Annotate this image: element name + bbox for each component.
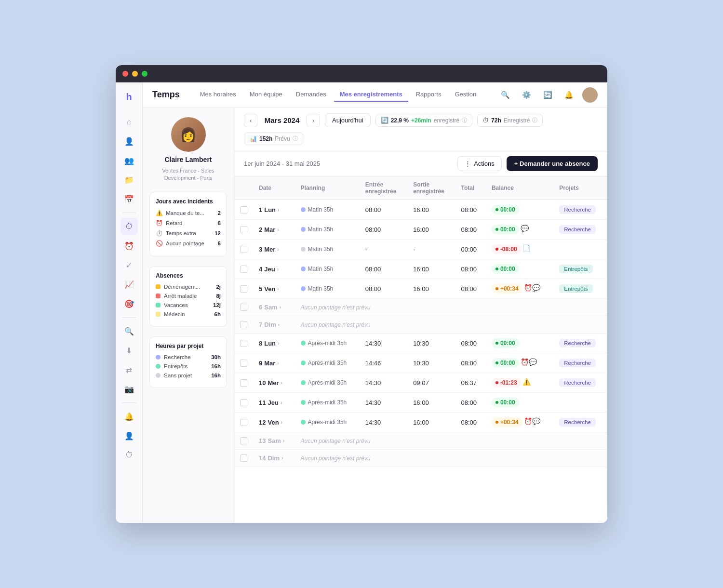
expand-icon[interactable]: › (281, 420, 282, 425)
expand-icon[interactable]: › (277, 286, 279, 292)
nav-clock-icon[interactable]: ⏱ (120, 218, 138, 235)
cell-date: 14 Dim › (253, 450, 295, 467)
row-checkbox[interactable] (240, 285, 247, 293)
info-icon-3[interactable]: ⓘ (293, 135, 298, 142)
expand-icon[interactable]: › (278, 341, 279, 346)
prev-month-button[interactable]: ‹ (244, 114, 257, 127)
settings-button[interactable]: ⚙️ (519, 87, 534, 103)
search-button[interactable]: 🔍 (497, 87, 513, 103)
titlebar (116, 65, 607, 82)
info-icon-2[interactable]: ⓘ (532, 117, 537, 124)
cell-entree: 08:00 (360, 200, 407, 220)
nav-search-icon[interactable]: 🔍 (120, 322, 138, 340)
planning-pill: Après-midi 35h (301, 419, 354, 426)
cell-balance: 00:00 (486, 200, 553, 220)
row-checkbox[interactable] (240, 419, 247, 426)
cell-sortie: 10:30 (407, 334, 455, 353)
cell-balance: +00:34 ⏰💬 (486, 413, 553, 432)
minimize-dot[interactable] (132, 71, 138, 77)
nav-demandes[interactable]: Demandes (290, 88, 332, 102)
nav-check-icon[interactable]: ✓ (120, 256, 138, 274)
next-month-button[interactable]: › (307, 114, 320, 127)
expand-icon[interactable]: › (278, 322, 280, 327)
chart-icon-stat: 📊 (249, 135, 257, 142)
cell-date: 1 Lun › (253, 200, 295, 220)
close-dot[interactable] (122, 71, 128, 77)
maximize-dot[interactable] (142, 71, 147, 77)
expand-icon[interactable]: › (281, 400, 282, 405)
row-checkbox[interactable] (240, 360, 247, 367)
expand-icon[interactable]: › (283, 438, 284, 443)
cell-projets: Recherche (553, 353, 607, 373)
row-checkbox[interactable] (240, 304, 247, 311)
expand-icon[interactable]: › (277, 361, 279, 366)
nav-user-icon[interactable]: 👤 (120, 427, 138, 444)
table-row: 8 Lun › Après-midi 35h 14:30 10:30 08:00… (234, 334, 607, 353)
row-checkbox[interactable] (240, 399, 247, 406)
expand-icon[interactable]: › (280, 305, 281, 310)
row-checkbox[interactable] (240, 226, 247, 233)
cell-total: 06:37 (455, 373, 486, 393)
nav-download-icon[interactable]: ⬇ (120, 342, 138, 359)
refresh-button[interactable]: 🔄 (540, 87, 555, 103)
incident-temps-extra: ⏱️ Temps extra 12 (156, 230, 221, 237)
projects-title: Heures par projet (156, 343, 221, 349)
expand-icon[interactable]: › (281, 380, 282, 386)
table-row: 2 Mar › Matin 35h 08:00 16:00 08:00 00:0… (234, 220, 607, 240)
nav-mes-enregistrements[interactable]: Mes enregistrements (334, 88, 408, 102)
table-row: 10 Mer › Après-midi 35h 14:30 09:07 06:3… (234, 373, 607, 393)
nav-camera-icon[interactable]: 📷 (120, 380, 138, 398)
incident-temps-extra-count: 12 (214, 230, 221, 236)
table-row: 12 Ven › Après-midi 35h 14:30 16:00 08:0… (234, 413, 607, 432)
expand-icon[interactable]: › (277, 247, 279, 252)
nav-home-icon[interactable]: ⌂ (120, 113, 138, 131)
nav-target-icon[interactable]: 🎯 (120, 295, 138, 312)
row-checkbox[interactable] (240, 206, 247, 214)
expand-icon[interactable]: › (281, 455, 283, 461)
nav-timer-icon[interactable]: ⏱ (120, 446, 138, 464)
project-tag: Recherche (559, 205, 596, 214)
notification-button[interactable]: 🔔 (561, 87, 576, 103)
nav-flow-icon[interactable]: ⇄ (120, 361, 138, 378)
cell-total: 08:00 (455, 220, 486, 240)
stat-percentage: 🔄 22,9 % +26min enregistré ⓘ (375, 114, 472, 127)
cell-check (234, 413, 253, 432)
nav-calendar-icon[interactable]: 📅 (120, 190, 138, 208)
row-checkbox[interactable] (240, 321, 247, 328)
cell-date: 6 Sam › (253, 299, 295, 316)
demand-absence-button[interactable]: + Demander une absence (507, 156, 598, 171)
temps-extra-icon: ⏱️ (156, 230, 163, 237)
today-button[interactable]: Aujourd'hui (325, 113, 371, 127)
row-checkbox[interactable] (240, 340, 247, 347)
row-checkbox[interactable] (240, 266, 247, 273)
nav-bell-icon[interactable]: 🔔 (120, 408, 138, 425)
nav-person-icon[interactable]: 👤 (120, 133, 138, 150)
info-icon-1[interactable]: ⓘ (462, 117, 467, 124)
cell-balance: -08:00 📄 (486, 240, 553, 259)
vacances-label: Vacances (164, 302, 188, 308)
row-checkbox[interactable] (240, 379, 247, 387)
row-checkbox[interactable] (240, 437, 247, 444)
balance-dot (495, 228, 498, 231)
row-checkbox[interactable] (240, 246, 247, 253)
cell-entree: 14:46 (360, 353, 407, 373)
nav-team-icon[interactable]: 👥 (120, 152, 138, 169)
expand-icon[interactable]: › (277, 227, 279, 232)
stat-72h: ⏱ 72h Enregistré ⓘ (477, 114, 543, 127)
cell-planning: Matin 35h (295, 220, 360, 240)
day-name: Sam (264, 304, 277, 311)
row-checkbox[interactable] (240, 454, 247, 462)
nav-clock2-icon[interactable]: ⏰ (120, 237, 138, 254)
expand-icon[interactable]: › (277, 267, 279, 272)
project-tag: Entrepôts (559, 265, 592, 273)
incident-temps-extra-label: Temps extra (166, 230, 196, 236)
nav-mon-equipe[interactable]: Mon équipe (244, 88, 288, 102)
nav-folder-icon[interactable]: 📁 (120, 171, 138, 188)
actions-button[interactable]: ⋮ Actions (457, 156, 502, 171)
user-avatar[interactable] (582, 87, 598, 103)
nav-gestion[interactable]: Gestion (449, 88, 482, 102)
nav-mes-horaires[interactable]: Mes horaires (194, 88, 242, 102)
nav-rapports[interactable]: Rapports (410, 88, 447, 102)
expand-icon[interactable]: › (278, 207, 279, 213)
nav-chart-icon[interactable]: 📈 (120, 276, 138, 293)
